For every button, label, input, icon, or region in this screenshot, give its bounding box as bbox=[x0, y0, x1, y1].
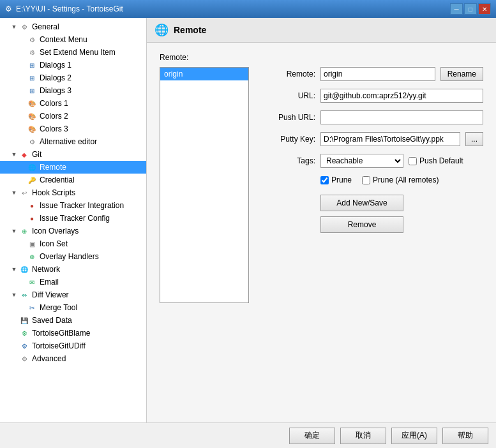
remote-icon: 🌐 bbox=[27, 162, 37, 172]
sidebar-label-colors3: Colors 3 bbox=[40, 124, 68, 133]
sidebar-item-hook-scripts[interactable]: ▼ ↩ Hook Scripts bbox=[0, 186, 146, 199]
tags-select[interactable]: Reachable All None No tags bbox=[320, 154, 403, 168]
sidebar-item-extend-menu[interactable]: ⚙ Set Extend Menu Item bbox=[0, 46, 146, 59]
sidebar-item-network[interactable]: ▼ 🌐 Network bbox=[0, 263, 146, 276]
window-title: E:\YY\UI - Settings - TortoiseGit bbox=[16, 4, 123, 13]
sidebar-item-diff-viewer[interactable]: ▼ ⇔ Diff Viewer bbox=[0, 288, 146, 301]
sidebar-item-tortoisediff[interactable]: ⚙ TortoiseGitUDiff bbox=[0, 340, 146, 352]
sidebar-label-issue-tracker-cfg: Issue Tracker Config bbox=[40, 214, 110, 223]
sidebar-item-context-menu[interactable]: ⚙ Context Menu bbox=[0, 33, 146, 46]
prune-all-text: Prune (All remotes) bbox=[373, 175, 439, 184]
expand-diff: ▼ bbox=[10, 291, 18, 299]
sidebar-item-issue-tracker-integration[interactable]: ● Issue Tracker Integration bbox=[0, 199, 146, 212]
apply-button[interactable]: 应用(A) bbox=[391, 428, 437, 444]
advanced-icon: ⚙ bbox=[19, 354, 29, 364]
sidebar-item-remote[interactable]: 🌐 Remote bbox=[0, 161, 146, 174]
sidebar-label-dialogs3: Dialogs 3 bbox=[40, 86, 71, 95]
remove-button[interactable]: Remove bbox=[320, 216, 403, 233]
expand-git: ▼ bbox=[10, 151, 18, 158]
putty-key-input[interactable] bbox=[320, 132, 460, 146]
sidebar-label-git: Git bbox=[32, 150, 41, 159]
sidebar-item-dialogs1[interactable]: ⊞ Dialogs 1 bbox=[0, 59, 146, 71]
push-default-checkbox[interactable] bbox=[409, 157, 417, 165]
title-bar: ⚙ E:\YY\UI - Settings - TortoiseGit ─ □ … bbox=[0, 0, 496, 18]
diff-icon: ⇔ bbox=[19, 290, 29, 300]
panel-header: 🌐 Remote bbox=[147, 18, 496, 43]
remote-name-row: Remote: Rename bbox=[264, 67, 483, 81]
general-icon: ⚙ bbox=[19, 22, 29, 32]
sidebar-item-icon-set[interactable]: ▣ Icon Set bbox=[0, 237, 146, 250]
sidebar-item-merge-tool[interactable]: ✂ Merge Tool bbox=[0, 301, 146, 314]
sidebar-item-dialogs3[interactable]: ⊞ Dialogs 3 bbox=[0, 84, 146, 97]
url-row: URL: bbox=[264, 89, 483, 103]
cancel-button[interactable]: 取消 bbox=[340, 428, 386, 444]
sidebar-label-email: Email bbox=[40, 278, 59, 287]
dialogs3-icon: ⊞ bbox=[27, 86, 37, 96]
sidebar-item-icon-overlays[interactable]: ▼ ⊕ Icon Overlays bbox=[0, 225, 146, 237]
sidebar-label-context-menu: Context Menu bbox=[40, 35, 87, 44]
sidebar-item-advanced[interactable]: ⚙ Advanced bbox=[0, 352, 146, 365]
settings-sidebar: ▼ ⚙ General ⚙ Context Menu ⚙ Set Extend … bbox=[0, 18, 147, 422]
expand-general: ▼ bbox=[10, 23, 18, 31]
maximize-button[interactable]: □ bbox=[464, 3, 477, 15]
network-icon: 🌐 bbox=[19, 264, 29, 274]
colors3-icon: 🎨 bbox=[27, 124, 37, 134]
browse-button[interactable]: ... bbox=[465, 132, 483, 146]
prune-checkbox[interactable] bbox=[320, 176, 329, 184]
app-icon: ⚙ bbox=[5, 4, 12, 13]
sidebar-item-email[interactable]: ✉ Email bbox=[0, 276, 146, 288]
overlays-icon: ⊕ bbox=[19, 226, 29, 236]
sidebar-label-overlay-handlers: Overlay Handlers bbox=[40, 252, 99, 261]
close-button[interactable]: ✕ bbox=[478, 3, 491, 15]
sidebar-label-colors2: Colors 2 bbox=[40, 112, 68, 121]
sidebar-label-credential: Credential bbox=[40, 175, 75, 184]
minimize-button[interactable]: ─ bbox=[450, 3, 463, 15]
help-button[interactable]: 帮助 bbox=[442, 428, 488, 444]
remote-form: Remote: Rename URL: Push URL: bbox=[264, 67, 483, 233]
prune-label[interactable]: Prune bbox=[320, 175, 352, 184]
push-default-label[interactable]: Push Default bbox=[409, 156, 463, 165]
sidebar-label-issue-tracker-int: Issue Tracker Integration bbox=[40, 201, 124, 210]
colors2-icon: 🎨 bbox=[27, 111, 37, 121]
remote-name-input[interactable] bbox=[320, 67, 435, 81]
sidebar-item-colors2[interactable]: 🎨 Colors 2 bbox=[0, 110, 146, 123]
sidebar-item-tortoiseblame[interactable]: ⚙ TortoiseGitBlame bbox=[0, 327, 146, 340]
sidebar-item-overlay-handlers[interactable]: ⊕ Overlay Handlers bbox=[0, 250, 146, 263]
confirm-button[interactable]: 确定 bbox=[289, 428, 335, 444]
sidebar-item-colors3[interactable]: 🎨 Colors 3 bbox=[0, 123, 146, 135]
blame-icon: ⚙ bbox=[19, 328, 29, 338]
hook-icon: ↩ bbox=[19, 188, 29, 198]
email-icon: ✉ bbox=[27, 277, 37, 287]
push-url-input[interactable] bbox=[320, 110, 483, 124]
panel-header-icon: 🌐 bbox=[154, 23, 169, 37]
push-url-row: Push URL: bbox=[264, 110, 483, 124]
sidebar-label-dialogs1: Dialogs 1 bbox=[40, 61, 71, 70]
sidebar-item-credential[interactable]: 🔑 Credential bbox=[0, 174, 146, 186]
tags-row: Tags: Reachable All None No tags Push De… bbox=[264, 154, 483, 168]
sidebar-item-dialogs2[interactable]: ⊞ Dialogs 2 bbox=[0, 71, 146, 84]
sidebar-item-git[interactable]: ▼ ◆ Git bbox=[0, 148, 146, 161]
url-input[interactable] bbox=[320, 89, 483, 103]
remote-list[interactable]: origin bbox=[160, 67, 249, 303]
sidebar-label-tortoiseblame: TortoiseGitBlame bbox=[32, 329, 90, 338]
sidebar-item-saved-data[interactable]: 💾 Saved Data bbox=[0, 314, 146, 327]
extend-menu-icon: ⚙ bbox=[27, 47, 37, 57]
prune-all-label[interactable]: Prune (All remotes) bbox=[362, 175, 439, 184]
remote-name-label: Remote: bbox=[264, 70, 315, 78]
git-icon: ◆ bbox=[19, 149, 29, 160]
sidebar-label-tortoisediff: TortoiseGitUDiff bbox=[32, 341, 86, 350]
sidebar-item-general[interactable]: ▼ ⚙ General bbox=[0, 20, 146, 33]
issue-tracker-cfg-icon: ● bbox=[27, 213, 37, 223]
add-new-save-button[interactable]: Add New/Save bbox=[320, 195, 403, 211]
sidebar-label-hook-scripts: Hook Scripts bbox=[32, 188, 75, 197]
rename-button[interactable]: Rename bbox=[440, 67, 483, 81]
right-panel: 🌐 Remote Remote: origin Remote: bbox=[147, 18, 496, 422]
context-menu-icon: ⚙ bbox=[27, 34, 37, 45]
icon-set-icon: ▣ bbox=[27, 239, 37, 249]
sidebar-label-icon-overlays: Icon Overlays bbox=[32, 227, 79, 235]
sidebar-item-alt-editor[interactable]: ⚙ Alternative editor bbox=[0, 135, 146, 148]
remote-list-item-origin[interactable]: origin bbox=[160, 68, 248, 80]
sidebar-item-issue-tracker-config[interactable]: ● Issue Tracker Config bbox=[0, 212, 146, 225]
sidebar-item-colors1[interactable]: 🎨 Colors 1 bbox=[0, 97, 146, 110]
prune-all-checkbox[interactable] bbox=[362, 176, 370, 184]
